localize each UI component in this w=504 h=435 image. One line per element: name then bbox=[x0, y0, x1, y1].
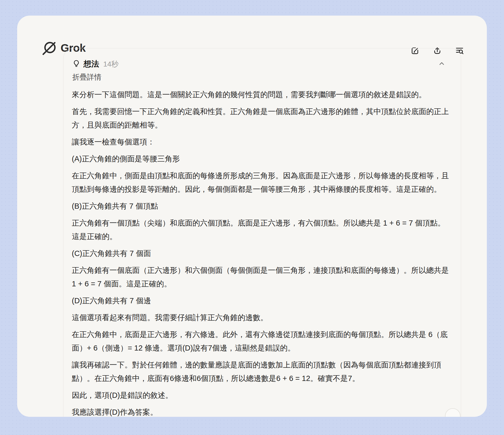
thinking-paragraph: 首先，我需要回憶一下正六角錐的定義和性質。正六角錐是一個底面為正六邊形的錐體，其… bbox=[72, 105, 452, 132]
thinking-paragraph: 正六角錐有一個頂點（尖端）和底面的六個頂點。底面是正六邊形，有六個頂點。所以總共… bbox=[72, 216, 452, 243]
thinking-header: 想法 14秒 bbox=[72, 59, 119, 69]
collapse-chevron-button[interactable] bbox=[437, 59, 446, 69]
thinking-paragraph: (C)正六角錐共有 7 個面 bbox=[72, 247, 452, 260]
thinking-duration: 14秒 bbox=[103, 59, 119, 69]
thinking-title: 想法 bbox=[83, 59, 99, 69]
thinking-paragraph: (D)正六角錐共有 7 個邊 bbox=[72, 294, 452, 307]
thinking-paragraph: 來分析一下這個問題。這是一個關於正六角錐的幾何性質的問題，需要我判斷哪一個選項的… bbox=[72, 88, 452, 101]
thinking-paragraph: 讓我逐一檢查每個選項： bbox=[72, 135, 452, 149]
thinking-paragraph: 在正六角錐中，底面是正六邊形，有六條邊。此外，還有六條邊從頂點連接到底面的每個頂… bbox=[72, 328, 452, 355]
collapse-details-toggle[interactable]: 折疊詳情 bbox=[72, 72, 101, 82]
thinking-paragraph: 在正六角錐中，側面是由頂點和底面的每條邊所形成的三角形。因為底面是正六邊形，所以… bbox=[72, 169, 452, 196]
grok-logo-icon bbox=[42, 41, 57, 55]
chevron-up-icon bbox=[438, 64, 445, 68]
thinking-paragraph: 讓我再確認一下。對於任何錐體，邊的數量應該是底面的邊數加上底面的頂點數（因為每個… bbox=[72, 358, 452, 385]
thinking-card: 想法 14秒 折疊詳情 來分析一下這個問題。這是一個關於正六角錐的幾何性質的問題… bbox=[63, 48, 461, 417]
thinking-paragraph: (B)正六角錐共有 7 個頂點 bbox=[72, 199, 452, 213]
page-background: Grok bbox=[0, 0, 504, 435]
thinking-paragraph: 我應該選擇(D)作為答案。 bbox=[72, 405, 452, 417]
thinking-paragraph: 這個選項看起來有問題。我需要仔細計算正六角錐的邊數。 bbox=[72, 311, 452, 324]
thinking-paragraph: 正六角錐有一個底面（正六邊形）和六個側面（每個側面是一個三角形，連接頂點和底面的… bbox=[72, 263, 452, 291]
lightbulb-icon bbox=[72, 60, 80, 69]
thinking-body: 來分析一下這個問題。這是一個關於正六角錐的幾何性質的問題，需要我判斷哪一個選項的… bbox=[72, 88, 452, 417]
grok-app-card: Grok bbox=[17, 16, 487, 417]
thinking-paragraph: (A)正六角錐的側面是等腰三角形 bbox=[72, 152, 452, 166]
thinking-paragraph: 因此，選項(D)是錯誤的敘述。 bbox=[72, 388, 452, 402]
